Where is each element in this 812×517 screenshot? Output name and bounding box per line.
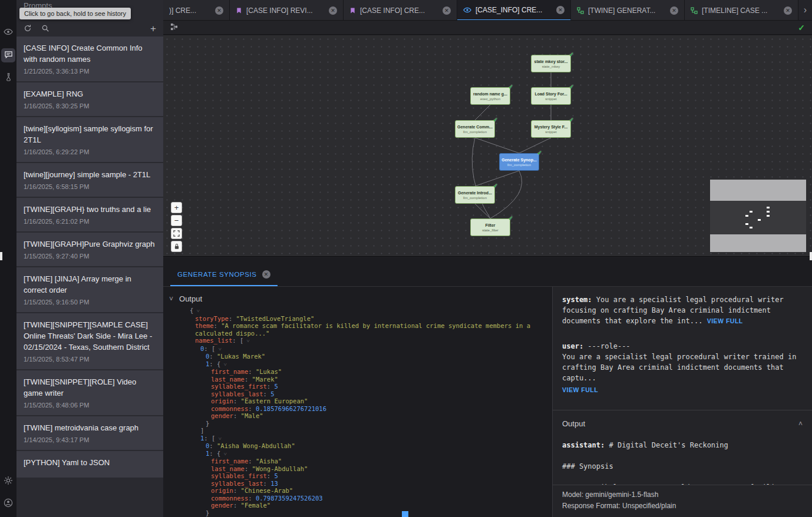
expand-chevron-icon[interactable]: ˅ bbox=[243, 338, 250, 344]
tab-close-icon[interactable]: ✕ bbox=[784, 6, 792, 15]
experiments-button[interactable] bbox=[1, 71, 15, 85]
json-line[interactable]: { ˅ bbox=[163, 307, 552, 315]
expand-chevron-icon[interactable]: ˅ bbox=[220, 451, 227, 457]
json-line[interactable]: } bbox=[163, 420, 552, 427]
left-splitter-handle[interactable] bbox=[0, 252, 2, 260]
prompt-list-item[interactable]: [twine][journey] simple sample - 2T1L1/1… bbox=[16, 163, 163, 197]
json-line[interactable]: storyType: "TwistedLoveTriangle" bbox=[163, 315, 552, 323]
json-line[interactable]: syllables_first: 5 bbox=[163, 472, 552, 480]
tab-close-icon[interactable]: ✕ bbox=[443, 6, 451, 15]
eye-icon bbox=[4, 27, 13, 39]
expand-chevron-icon[interactable]: ˅ bbox=[215, 346, 222, 352]
system-view-full-link[interactable]: VIEW FULL bbox=[707, 317, 743, 324]
assistant-message: assistant: # Digital Deceit's Reckoning … bbox=[562, 440, 803, 485]
prompt-list-item[interactable]: [EXAMPLE] RNG1/16/2025, 8:30:25 PM bbox=[16, 82, 163, 116]
json-line[interactable]: syllables_last: 5 bbox=[163, 390, 552, 398]
editor-tab[interactable]: [CASE_INFO] CRE...✕ bbox=[457, 0, 571, 20]
json-line[interactable]: } bbox=[163, 509, 552, 517]
json-line[interactable]: 1: [ ˅ bbox=[163, 435, 552, 443]
prompt-list-item[interactable]: [TWINE] [JINJA] Array merge in correct o… bbox=[16, 267, 163, 312]
json-line[interactable]: commonness: 0.18576966276721016 bbox=[163, 405, 552, 413]
tab-overflow-chevron-icon[interactable]: › bbox=[798, 0, 812, 20]
tab-close-icon[interactable]: ✕ bbox=[329, 6, 337, 15]
json-line[interactable]: 1: { ˅ bbox=[163, 450, 552, 458]
json-line[interactable]: gender: "Female" bbox=[163, 502, 552, 509]
json-line[interactable]: syllables_last: 13 bbox=[163, 480, 552, 488]
zoom-out-button[interactable]: − bbox=[171, 215, 182, 226]
tab-close-icon[interactable]: ✕ bbox=[670, 6, 678, 15]
json-line[interactable]: commonness: 0.7987359247526203 bbox=[163, 495, 552, 502]
graph-node[interactable]: Generate Comm...llm_completion✓ bbox=[455, 120, 495, 138]
json-line[interactable]: 0: "Lukas Marek" bbox=[163, 353, 552, 360]
editor-tab[interactable]: [CASE INFO] CRE...✕ bbox=[344, 0, 457, 20]
prompt-title: [TWINE][GRAPH]Pure Graphviz graph bbox=[24, 238, 156, 250]
prompt-list-item[interactable]: [TWINE] metroidvania case graph1/14/2025… bbox=[16, 416, 163, 450]
assistant-line2: ### Synopsis bbox=[562, 461, 803, 472]
messages-scroll[interactable]: system: You are a specialist legal proce… bbox=[553, 287, 812, 485]
collapse-chevron-icon[interactable]: ˅ bbox=[169, 295, 173, 303]
json-line[interactable]: origin: "Eastern European" bbox=[163, 397, 552, 405]
add-prompt-button[interactable]: + bbox=[150, 24, 156, 34]
json-line[interactable]: first_name: "Aisha" bbox=[163, 458, 552, 465]
editor-tab[interactable]: [CASE INFO] REVI...✕ bbox=[230, 0, 344, 20]
json-line[interactable]: calculated dispo..." bbox=[163, 330, 552, 337]
json-line[interactable]: origin: "Chinese-Arab" bbox=[163, 487, 552, 495]
json-line[interactable]: last_name: "Wong-Abdullah" bbox=[163, 465, 552, 473]
prompt-list-item[interactable]: [CASE INFO] Create Common Info with rand… bbox=[16, 37, 163, 81]
tab-close-icon[interactable]: ✕ bbox=[556, 6, 565, 14]
graph-node[interactable]: random name g...exec_python✓ bbox=[470, 87, 510, 105]
view-button[interactable] bbox=[1, 26, 15, 40]
zoom-fit-button[interactable] bbox=[171, 228, 182, 239]
eye-icon bbox=[463, 6, 471, 14]
lock-button[interactable] bbox=[171, 241, 182, 252]
json-line[interactable]: names_list: [ ˅ bbox=[163, 337, 552, 345]
graph-node[interactable]: Generate Synop...llm_completion✓ bbox=[499, 153, 539, 171]
prompt-list-item[interactable]: [twine][syllogism] sample syllogism for … bbox=[16, 117, 163, 162]
collapse-up-chevron-icon[interactable]: ˄ bbox=[798, 419, 803, 429]
prompts-button[interactable] bbox=[1, 48, 15, 62]
refresh-icon[interactable] bbox=[24, 24, 32, 32]
settings-button[interactable] bbox=[1, 475, 15, 489]
json-token: 0.18576966276721016 bbox=[256, 405, 326, 412]
user-view-full-link[interactable]: VIEW FULL bbox=[562, 385, 803, 395]
json-line[interactable]: first_name: "Lukas" bbox=[163, 368, 552, 376]
editor-tab[interactable]: [TIMELINE] CASE ...✕ bbox=[685, 0, 798, 20]
graph-node[interactable]: Generate Introd...llm_completion✓ bbox=[455, 186, 495, 204]
bottom-tab-generate-synopsis[interactable]: GENERATE SYNOPSIS ✕ bbox=[170, 264, 278, 286]
json-line[interactable]: ] bbox=[163, 427, 552, 435]
json-line[interactable]: 1: { ˅ bbox=[163, 360, 552, 369]
user-message: user: ---role--- You are a specialist le… bbox=[562, 341, 803, 395]
editor-tab[interactable]: )] CRE...✕ bbox=[163, 0, 230, 20]
minimap[interactable] bbox=[710, 180, 806, 252]
prompt-list-item[interactable]: [TWINE][SNIPPET][ROLE] Video game writer… bbox=[16, 370, 163, 415]
node-title: Generate Comm... bbox=[455, 121, 494, 130]
graph-node[interactable]: Load Story For...snippet✓ bbox=[531, 87, 571, 105]
account-button[interactable] bbox=[1, 497, 15, 511]
prompt-list-item[interactable]: [TWINE][GRAPH]Pure Graphviz graph1/15/20… bbox=[16, 233, 163, 266]
json-token: "Aisha Wong-Abdullah" bbox=[217, 442, 295, 449]
tab-close-icon[interactable]: ✕ bbox=[215, 6, 223, 15]
json-line[interactable]: 0: [ ˅ bbox=[163, 345, 552, 353]
graph-node[interactable]: Mystery Style F...snippet✓ bbox=[531, 120, 571, 138]
json-line[interactable]: gender: "Male" bbox=[163, 412, 552, 420]
prompt-list-item[interactable]: [TWINE][GRAPH} two truths and a lie1/16/… bbox=[16, 198, 163, 231]
zoom-in-button[interactable]: + bbox=[171, 202, 182, 213]
graph-node[interactable]: state mkey stor...state_mkey✓ bbox=[531, 55, 571, 72]
graph-node[interactable]: Filterstate_filter✓ bbox=[470, 218, 510, 236]
editor-tab[interactable]: [TWINE] GENERAT...✕ bbox=[571, 0, 685, 20]
right-splitter-handle[interactable] bbox=[810, 252, 812, 260]
expand-chevron-icon[interactable]: ˅ bbox=[220, 362, 227, 367]
bottom-scroll-thumb[interactable] bbox=[402, 511, 408, 517]
search-icon[interactable] bbox=[41, 24, 49, 32]
bottom-tab-close-icon[interactable]: ✕ bbox=[262, 270, 270, 279]
json-line[interactable]: theme: "A romance scam facilitator is ki… bbox=[163, 322, 552, 330]
json-line[interactable]: last_name: "Marek" bbox=[163, 376, 552, 383]
expand-chevron-icon[interactable]: ˅ bbox=[193, 308, 200, 314]
prompt-list-item[interactable]: [TWINE][SNIPPET][SAMPLE CASE] Online Thr… bbox=[16, 313, 163, 369]
layout-icon[interactable] bbox=[170, 22, 178, 33]
json-line[interactable]: syllables_first: 5 bbox=[163, 383, 552, 390]
graph-canvas[interactable]: + − state mkey stor...state_mkey✓random … bbox=[163, 35, 812, 257]
prompt-list-item[interactable]: [PYTHON] Yaml to JSON bbox=[16, 451, 163, 478]
expand-chevron-icon[interactable]: ˅ bbox=[215, 436, 222, 442]
json-line[interactable]: 0: "Aisha Wong-Abdullah" bbox=[163, 442, 552, 450]
